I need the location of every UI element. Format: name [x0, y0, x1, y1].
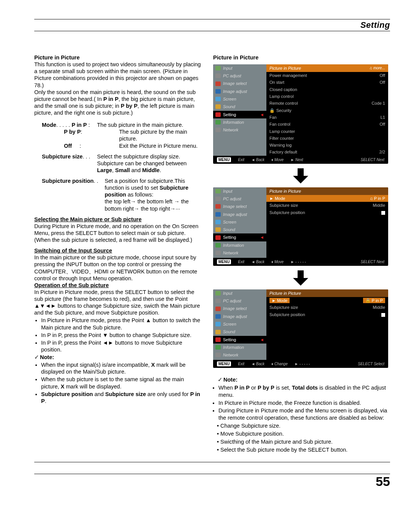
mode-definitions: Mode. . . . . P in P : The sub picture i… — [42, 121, 202, 149]
page-number: 55 — [34, 474, 390, 489]
operation-heading: Operation of the Sub picture — [34, 282, 202, 289]
switching-heading: Switching of the Input Source — [34, 247, 202, 254]
intro-text-2: Only the sound on the main picture is he… — [34, 89, 202, 117]
selecting-heading: Selecting the Main picture or Sub pictur… — [34, 216, 202, 223]
subpos-def: Subpicture position. . Set a position fo… — [42, 177, 202, 212]
right-column: Picture in Picture InputPC adjustImage s… — [213, 54, 388, 454]
arrow-down-icon — [293, 168, 308, 184]
operation-bullets: In Picture in Picture mode, press the Po… — [41, 317, 202, 353]
switching-body: In the main picture or the sub picture m… — [34, 254, 202, 282]
note-bullets-left: When the input signal(s) is/are incompat… — [41, 361, 202, 404]
arrow-down-icon — [293, 270, 308, 286]
section-header: Setting — [34, 19, 390, 31]
subsize-def: Subpicture size. . . Select the subpictu… — [42, 153, 202, 174]
selecting-body: During Picture in Picture mode, and no o… — [34, 223, 202, 243]
note-bullets-right: When P in P or P by P is set, Total dots… — [218, 384, 388, 454]
pip-heading-right: Picture in Picture — [213, 54, 388, 61]
osd-menu-2: InputPC adjustImage selectImage adjustSc… — [213, 187, 388, 266]
osd-menu-1: InputPC adjustImage selectImage adjustSc… — [213, 64, 388, 164]
left-column: Picture in Picture This function is used… — [34, 54, 202, 454]
note-heading-left: Note: — [34, 354, 202, 361]
intro-text: This function is used to project two vid… — [34, 61, 202, 89]
pip-heading: Picture in Picture — [34, 54, 202, 61]
operation-body: In Picture in Picture mode, press the SE… — [34, 289, 202, 316]
note-heading-right: Note: — [218, 376, 388, 383]
osd-menu-3: InputPC adjustImage selectImage adjustSc… — [213, 289, 388, 368]
